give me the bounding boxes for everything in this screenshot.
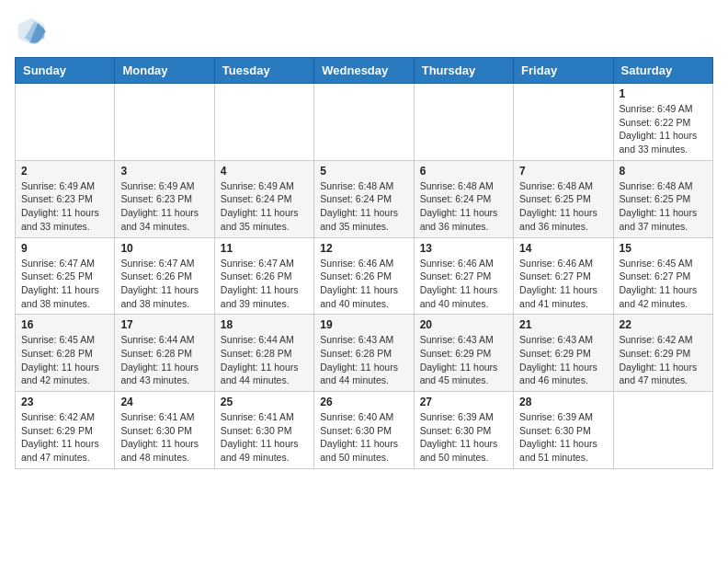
- calendar-cell: [613, 392, 712, 469]
- calendar-cell: [115, 84, 214, 161]
- day-number: 15: [620, 242, 707, 255]
- calendar-cell: 21Sunrise: 6:43 AM Sunset: 6:29 PM Dayli…: [514, 315, 613, 392]
- calendar-cell: 28Sunrise: 6:39 AM Sunset: 6:30 PM Dayli…: [514, 392, 613, 469]
- day-number: 19: [320, 318, 407, 331]
- day-info: Sunrise: 6:48 AM Sunset: 6:25 PM Dayligh…: [519, 179, 607, 234]
- calendar-cell: [314, 84, 414, 161]
- calendar-cell: 22Sunrise: 6:42 AM Sunset: 6:29 PM Dayli…: [613, 315, 712, 392]
- weekday-header-sunday: Sunday: [16, 58, 115, 84]
- logo-icon: [15, 15, 48, 48]
- day-number: 28: [519, 396, 607, 408]
- day-info: Sunrise: 6:44 AM Sunset: 6:28 PM Dayligh…: [120, 333, 208, 387]
- weekday-header-saturday: Saturday: [613, 58, 712, 84]
- weekday-header-tuesday: Tuesday: [214, 58, 313, 84]
- day-number: 6: [420, 165, 507, 178]
- calendar-cell: 17Sunrise: 6:44 AM Sunset: 6:28 PM Dayli…: [115, 315, 214, 392]
- day-number: 26: [320, 396, 407, 408]
- day-number: 27: [420, 396, 507, 408]
- day-info: Sunrise: 6:41 AM Sunset: 6:30 PM Dayligh…: [221, 410, 308, 465]
- day-number: 21: [519, 318, 607, 331]
- calendar-cell: 23Sunrise: 6:42 AM Sunset: 6:29 PM Dayli…: [16, 392, 115, 469]
- day-info: Sunrise: 6:49 AM Sunset: 6:24 PM Dayligh…: [221, 179, 308, 234]
- calendar-cell: 11Sunrise: 6:47 AM Sunset: 6:26 PM Dayli…: [214, 237, 313, 315]
- day-number: 22: [620, 318, 707, 331]
- calendar-cell: 9Sunrise: 6:47 AM Sunset: 6:25 PM Daylig…: [16, 237, 115, 315]
- day-info: Sunrise: 6:40 AM Sunset: 6:30 PM Dayligh…: [320, 410, 407, 465]
- day-number: 8: [620, 165, 707, 178]
- day-number: 13: [420, 242, 507, 255]
- calendar-cell: 5Sunrise: 6:48 AM Sunset: 6:24 PM Daylig…: [314, 160, 414, 237]
- day-info: Sunrise: 6:45 AM Sunset: 6:27 PM Dayligh…: [620, 257, 707, 311]
- calendar-cell: 24Sunrise: 6:41 AM Sunset: 6:30 PM Dayli…: [115, 392, 214, 469]
- calendar-cell: 19Sunrise: 6:43 AM Sunset: 6:28 PM Dayli…: [314, 315, 414, 392]
- day-number: 3: [120, 165, 208, 178]
- day-number: 12: [320, 242, 407, 255]
- day-info: Sunrise: 6:39 AM Sunset: 6:30 PM Dayligh…: [519, 410, 607, 465]
- day-number: 2: [21, 165, 108, 178]
- day-number: 7: [519, 165, 607, 178]
- calendar-week-row: 2Sunrise: 6:49 AM Sunset: 6:23 PM Daylig…: [16, 160, 713, 237]
- calendar-cell: 10Sunrise: 6:47 AM Sunset: 6:26 PM Dayli…: [115, 237, 214, 315]
- logo: [15, 15, 51, 48]
- day-number: 25: [221, 396, 308, 408]
- calendar-cell: [514, 84, 613, 161]
- day-info: Sunrise: 6:43 AM Sunset: 6:29 PM Dayligh…: [420, 333, 507, 387]
- day-info: Sunrise: 6:48 AM Sunset: 6:24 PM Dayligh…: [420, 179, 507, 234]
- calendar-cell: 6Sunrise: 6:48 AM Sunset: 6:24 PM Daylig…: [414, 160, 513, 237]
- day-info: Sunrise: 6:41 AM Sunset: 6:30 PM Dayligh…: [120, 410, 208, 465]
- day-number: 23: [21, 396, 108, 408]
- day-info: Sunrise: 6:39 AM Sunset: 6:30 PM Dayligh…: [420, 410, 507, 465]
- weekday-header-friday: Friday: [514, 58, 613, 84]
- calendar-cell: 13Sunrise: 6:46 AM Sunset: 6:27 PM Dayli…: [414, 237, 513, 315]
- day-number: 16: [21, 318, 108, 331]
- day-info: Sunrise: 6:43 AM Sunset: 6:29 PM Dayligh…: [519, 333, 607, 387]
- day-info: Sunrise: 6:46 AM Sunset: 6:27 PM Dayligh…: [519, 257, 607, 311]
- day-number: 1: [620, 87, 707, 100]
- calendar-week-row: 16Sunrise: 6:45 AM Sunset: 6:28 PM Dayli…: [16, 315, 713, 392]
- day-number: 10: [120, 242, 208, 255]
- calendar-cell: 12Sunrise: 6:46 AM Sunset: 6:26 PM Dayli…: [314, 237, 414, 315]
- calendar-cell: 18Sunrise: 6:44 AM Sunset: 6:28 PM Dayli…: [214, 315, 313, 392]
- calendar-cell: 20Sunrise: 6:43 AM Sunset: 6:29 PM Dayli…: [414, 315, 513, 392]
- day-number: 5: [320, 165, 407, 178]
- day-info: Sunrise: 6:47 AM Sunset: 6:25 PM Dayligh…: [21, 257, 108, 311]
- day-info: Sunrise: 6:48 AM Sunset: 6:25 PM Dayligh…: [620, 179, 707, 234]
- calendar-cell: 3Sunrise: 6:49 AM Sunset: 6:23 PM Daylig…: [115, 160, 214, 237]
- header-area: [15, 15, 713, 48]
- calendar-cell: 16Sunrise: 6:45 AM Sunset: 6:28 PM Dayli…: [16, 315, 115, 392]
- calendar-week-row: 1Sunrise: 6:49 AM Sunset: 6:22 PM Daylig…: [16, 84, 713, 161]
- day-info: Sunrise: 6:42 AM Sunset: 6:29 PM Dayligh…: [21, 410, 108, 465]
- day-number: 18: [221, 318, 308, 331]
- day-info: Sunrise: 6:47 AM Sunset: 6:26 PM Dayligh…: [221, 257, 308, 311]
- day-info: Sunrise: 6:46 AM Sunset: 6:26 PM Dayligh…: [320, 257, 407, 311]
- calendar-cell: 14Sunrise: 6:46 AM Sunset: 6:27 PM Dayli…: [514, 237, 613, 315]
- calendar-cell: 15Sunrise: 6:45 AM Sunset: 6:27 PM Dayli…: [613, 237, 712, 315]
- day-info: Sunrise: 6:49 AM Sunset: 6:23 PM Dayligh…: [120, 179, 208, 234]
- day-info: Sunrise: 6:46 AM Sunset: 6:27 PM Dayligh…: [420, 257, 507, 311]
- day-info: Sunrise: 6:45 AM Sunset: 6:28 PM Dayligh…: [21, 333, 108, 387]
- calendar-cell: 8Sunrise: 6:48 AM Sunset: 6:25 PM Daylig…: [613, 160, 712, 237]
- day-info: Sunrise: 6:44 AM Sunset: 6:28 PM Dayligh…: [221, 333, 308, 387]
- calendar-week-row: 23Sunrise: 6:42 AM Sunset: 6:29 PM Dayli…: [16, 392, 713, 469]
- day-info: Sunrise: 6:42 AM Sunset: 6:29 PM Dayligh…: [620, 333, 707, 387]
- day-number: 17: [120, 318, 208, 331]
- calendar-cell: 27Sunrise: 6:39 AM Sunset: 6:30 PM Dayli…: [414, 392, 513, 469]
- day-number: 4: [221, 165, 308, 178]
- day-info: Sunrise: 6:49 AM Sunset: 6:23 PM Dayligh…: [21, 179, 108, 234]
- day-info: Sunrise: 6:48 AM Sunset: 6:24 PM Dayligh…: [320, 179, 407, 234]
- day-number: 9: [21, 242, 108, 255]
- calendar: SundayMondayTuesdayWednesdayThursdayFrid…: [15, 57, 713, 469]
- calendar-body: 1Sunrise: 6:49 AM Sunset: 6:22 PM Daylig…: [16, 84, 713, 469]
- day-number: 24: [120, 396, 208, 408]
- calendar-cell: 2Sunrise: 6:49 AM Sunset: 6:23 PM Daylig…: [16, 160, 115, 237]
- day-info: Sunrise: 6:49 AM Sunset: 6:22 PM Dayligh…: [620, 102, 707, 156]
- calendar-cell: 26Sunrise: 6:40 AM Sunset: 6:30 PM Dayli…: [314, 392, 414, 469]
- day-number: 11: [221, 242, 308, 255]
- calendar-header-row: SundayMondayTuesdayWednesdayThursdayFrid…: [16, 58, 713, 84]
- weekday-header-monday: Monday: [115, 58, 214, 84]
- day-number: 20: [420, 318, 507, 331]
- calendar-cell: [16, 84, 115, 161]
- calendar-cell: 1Sunrise: 6:49 AM Sunset: 6:22 PM Daylig…: [613, 84, 712, 161]
- day-info: Sunrise: 6:43 AM Sunset: 6:28 PM Dayligh…: [320, 333, 407, 387]
- day-info: Sunrise: 6:47 AM Sunset: 6:26 PM Dayligh…: [120, 257, 208, 311]
